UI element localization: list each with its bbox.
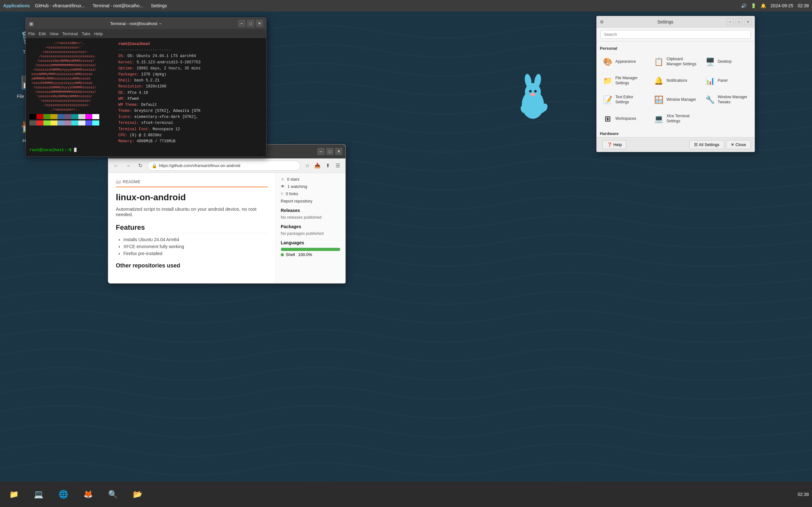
- settings-item-appearance[interactable]: 🎨 Appearance: [600, 53, 649, 70]
- desktop-label: Desktop: [718, 59, 732, 64]
- stars-count: 0 stars: [287, 177, 299, 181]
- settings-item-workspaces[interactable]: ⊞ Workspaces: [600, 110, 649, 127]
- watching-stat[interactable]: 👁 1 watching: [281, 184, 340, 189]
- terminal-menu-edit[interactable]: Edit: [39, 32, 46, 36]
- releases-sub: No releases published: [281, 215, 340, 220]
- browser-synced-tab-icon[interactable]: ⬆: [323, 161, 332, 170]
- readme-features-title: Features: [116, 223, 268, 233]
- settings-minimize-btn[interactable]: ─: [727, 18, 734, 25]
- battery-icon[interactable]: 🔋: [751, 3, 756, 8]
- settings-item-desktop[interactable]: 🖥️ Desktop: [702, 53, 751, 70]
- terminal-maximize-btn[interactable]: □: [247, 20, 254, 27]
- terminal-menu-tabs[interactable]: Tabs: [82, 32, 90, 36]
- terminal-menu-terminal[interactable]: Terminal: [62, 32, 78, 36]
- readme-book-icon: 📖: [116, 179, 121, 184]
- settings-item-notifications[interactable]: 🔔 Notifications: [651, 72, 700, 89]
- shell-bar-fill: [281, 248, 340, 251]
- taskbar: 📁 💻 🌐 🦊 🔍 📂 02:38: [0, 482, 812, 507]
- terminal-menu-view[interactable]: View: [49, 32, 58, 36]
- browser-pocket-icon[interactable]: 📥: [313, 161, 322, 170]
- browser-content: 📖 README linux-on-android Automatized sc…: [108, 173, 345, 283]
- settings-search-input[interactable]: [600, 30, 751, 39]
- report-stat[interactable]: Report repository: [281, 199, 340, 204]
- readme-repo-title: linux-on-android: [116, 192, 268, 203]
- windowmanager-label: Window Manager: [666, 97, 696, 102]
- language-bar: [281, 248, 340, 251]
- settings-item-windowmanager-tweaks[interactable]: 🔧 Window Manager Tweaks: [702, 91, 751, 108]
- browser-toolbar: ← → ↻ 🔒 https://github.com/vfransant/lin…: [108, 158, 345, 173]
- watching-icon: 👁: [281, 184, 285, 189]
- svg-point-7: [530, 93, 536, 96]
- terminal-close-btn[interactable]: ✕: [256, 20, 263, 27]
- packages-sub: No packages published: [281, 231, 340, 236]
- taskbar-item-firefox[interactable]: 🦊: [78, 486, 101, 503]
- folder-taskbar-icon: 📂: [131, 488, 144, 501]
- settings-close-btn[interactable]: ✕: [745, 18, 751, 25]
- clock-display: 2024-09-25: [770, 3, 793, 8]
- browser-refresh-btn[interactable]: ↻: [136, 161, 145, 170]
- taskbar-item-terminal[interactable]: 💻: [28, 486, 51, 503]
- settings-all-settings-btn[interactable]: ☰ All Settings: [689, 140, 724, 149]
- filemanager-icon: 📁: [602, 75, 613, 87]
- stars-icon: ☆: [281, 177, 285, 181]
- desktop-icon-settings: 🖥️: [705, 56, 716, 67]
- taskbar-active-title2: Terminal - root@localho...: [93, 3, 143, 8]
- terminal-body[interactable]: .:/+oossss00o+/-. -+sssssssssssssss+:` .…: [26, 38, 266, 157]
- volume-icon[interactable]: 🔊: [741, 3, 746, 8]
- browser-back-btn[interactable]: ←: [111, 161, 121, 170]
- taskbar-item-folder[interactable]: 📂: [127, 486, 150, 503]
- browser-close-btn[interactable]: ✕: [335, 148, 342, 155]
- forks-icon: ⑂: [281, 191, 283, 196]
- texteditor-label: Text Editor Settings: [615, 95, 647, 105]
- browser-toolbar-icons: ☆ 📥 ⬆ ☰: [303, 161, 342, 170]
- taskbar-item-browser-manager[interactable]: 🌐: [53, 486, 76, 503]
- bunny-svg: [514, 63, 552, 127]
- xfceterminal-label: Xfce Terminal Settings: [666, 114, 698, 124]
- packages-section-title: Packages: [281, 224, 340, 229]
- top-panel-right: 🔊 🔋 🔔 2024-09-25 02:38: [741, 3, 809, 8]
- svg-point-5: [529, 90, 531, 93]
- settings-item-filemanager[interactable]: 📁 File Manager Settings: [600, 72, 649, 89]
- terminal-minimize-btn[interactable]: ─: [238, 20, 245, 27]
- xfceterminal-icon: 💻: [653, 113, 664, 124]
- settings-item-panel[interactable]: 📊 Panel: [702, 72, 751, 89]
- settings-item-windowmanager[interactable]: 🪟 Window Manager: [651, 91, 700, 108]
- settings-help-btn[interactable]: ❓ Help: [602, 140, 626, 149]
- appearance-icon: 🎨: [602, 56, 613, 67]
- appearance-label: Appearance: [615, 59, 636, 64]
- terminal-menu-file[interactable]: File: [28, 32, 35, 36]
- browser-menu-btn[interactable]: ☰: [334, 161, 342, 170]
- settings-item-clipboard[interactable]: 📋 Clipboard Manager Settings: [651, 53, 700, 70]
- taskbar-item-search[interactable]: 🔍: [102, 486, 125, 503]
- taskbar-item-files[interactable]: 📁: [3, 486, 27, 503]
- readme-repo-desc: Automatized script to install ubuntu on …: [116, 206, 268, 217]
- shell-lang-label: Shell: [286, 252, 295, 257]
- terminal-taskbar-icon: 💻: [32, 488, 45, 501]
- readme-feature-2: XFCE enviroment fully working: [123, 244, 268, 249]
- forks-stat[interactable]: ⑂ 0 forks: [281, 191, 340, 196]
- releases-section-title: Releases: [281, 208, 340, 213]
- browser-url-bar[interactable]: 🔒 https://github.com/vfransant/linux-on-…: [148, 161, 300, 171]
- browser-maximize-btn[interactable]: □: [326, 148, 334, 155]
- browser-bookmark-bar-icon[interactable]: ☆: [303, 161, 312, 170]
- stars-stat[interactable]: ☆ 0 stars: [281, 177, 340, 181]
- settings-hardware-title: Hardware: [600, 131, 751, 136]
- filemanager-label: File Manager Settings: [615, 76, 647, 86]
- settings-close-btn2[interactable]: ✕ Close: [726, 140, 751, 149]
- readme-panel[interactable]: 📖 README linux-on-android Automatized sc…: [108, 173, 275, 283]
- browser-minimize-btn[interactable]: ─: [317, 148, 324, 155]
- settings-item-texteditor[interactable]: 📝 Text Editor Settings: [600, 91, 649, 108]
- url-text: https://github.com/vfransant/linux-on-an…: [159, 163, 241, 168]
- languages-section-title: Languages: [281, 240, 340, 245]
- terminal-menu-help[interactable]: Help: [94, 32, 103, 36]
- workspaces-label: Workspaces: [615, 116, 636, 121]
- settings-item-xfceterminal[interactable]: 💻 Xfce Terminal Settings: [651, 110, 700, 127]
- top-panel-left: Applications GitHub - vfransant/linux...…: [3, 3, 167, 8]
- settings-maximize-btn[interactable]: □: [735, 18, 743, 25]
- applications-menu[interactable]: Applications: [3, 3, 30, 8]
- panel-icon: 📊: [705, 75, 716, 87]
- shell-lang-dot: [281, 253, 284, 257]
- browser-manager-taskbar-icon: 🌐: [57, 488, 70, 501]
- notification-icon[interactable]: 🔔: [761, 3, 766, 8]
- browser-forward-btn[interactable]: →: [123, 161, 133, 170]
